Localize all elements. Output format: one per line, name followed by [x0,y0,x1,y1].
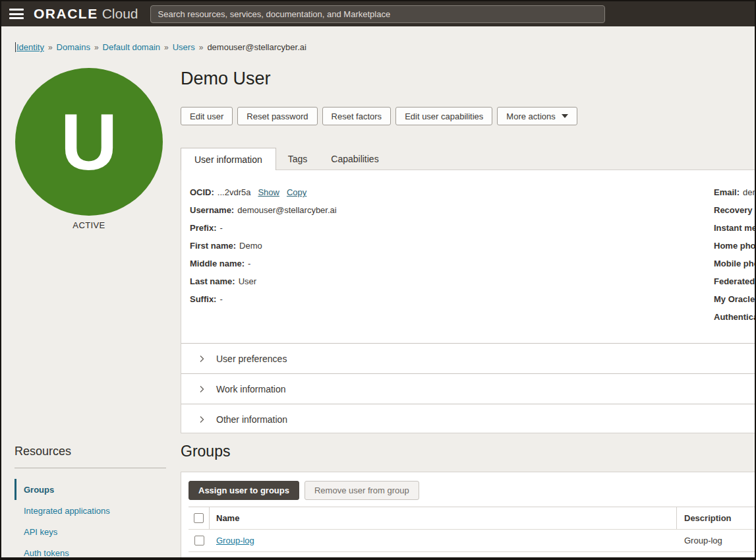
group-name-cell: Group-log [210,530,677,551]
field-label: Recovery e [714,205,755,215]
field-recovery-email: Recovery e [714,201,755,219]
field-email: Email: dem [714,183,755,201]
reset-password-button[interactable]: Reset password [237,107,317,125]
breadcrumb-link-identity[interactable]: Identity [15,42,44,52]
field-label: Instant mes [714,223,755,233]
field-label: Authentica [714,312,755,322]
ocid-show-link[interactable]: Show [258,187,279,197]
field-value: Demo [239,241,262,251]
row-checkbox-cell [189,530,210,551]
groups-panel: Assign user to groups Remove user from g… [181,472,755,557]
field-label: Email: [714,187,740,197]
field-federated: Federated: [714,272,755,290]
column-header-name: Name [210,507,677,529]
tab-tags[interactable]: Tags [276,148,320,170]
detail-tabs: User information Tags Capabilities [181,148,391,170]
breadcrumb-link-domains[interactable]: Domains [57,42,90,52]
topbar: ORACLE Cloud [1,1,755,26]
field-label: Prefix: [190,223,216,233]
field-label: My Oracle [714,294,755,304]
breadcrumb-separator: » [48,43,53,52]
field-suffix: Suffix: - [190,290,337,308]
avatar-letter: U [61,96,118,187]
field-label: Suffix: [190,294,216,304]
tab-user-information[interactable]: User information [181,148,276,170]
breadcrumb-link-users[interactable]: Users [173,42,195,52]
breadcrumb-separator: » [199,43,204,52]
hamburger-menu-icon[interactable] [9,9,24,19]
accordion-label: User preferences [216,354,287,364]
field-label: Federated: [714,276,755,286]
reset-factors-button[interactable]: Reset factors [322,107,392,125]
field-label: OCID: [190,187,214,197]
caret-down-icon [562,114,568,118]
breadcrumb-separator: » [164,43,169,52]
oracle-cloud-console-window: ORACLE Cloud Identity » Domains » Defaul… [0,0,756,560]
user-avatar: U [15,68,163,216]
sidebar-item-integrated-applications[interactable]: Integrated applications [15,500,166,521]
ocid-copy-link[interactable]: Copy [287,187,306,197]
groups-section-title: Groups [181,443,230,460]
oracle-cloud-logo: ORACLE Cloud [34,6,138,22]
more-actions-label: More actions [506,111,555,121]
resources-divider [15,468,166,468]
remove-user-from-group-button[interactable]: Remove user from group [305,481,419,500]
page-title: Demo User [181,69,271,89]
field-instant-messaging: Instant mes [714,219,755,237]
resources-sidebar: Resources Groups Integrated applications… [15,445,166,560]
table-row: Group-log Group-log [189,530,755,552]
field-value: dem [743,187,755,197]
sidebar-item-auth-tokens[interactable]: Auth tokens [15,542,166,560]
more-actions-button[interactable]: More actions [497,107,577,125]
field-label: Mobile pho [714,259,755,268]
user-info-right-column: Email: dem Recovery e Instant mes Home p… [714,183,755,326]
field-label: First name: [190,241,236,251]
row-checkbox[interactable] [194,536,204,545]
field-prefix: Prefix: - [190,219,337,237]
group-log-link[interactable]: Group-log [216,536,254,545]
field-first-name: First name: Demo [190,237,337,255]
field-label: Last name: [190,276,235,286]
breadcrumb-link-default-domain[interactable]: Default domain [103,42,160,52]
accordion-label: Work information [216,384,286,394]
chevron-right-icon [198,355,206,363]
select-all-checkbox[interactable] [194,513,204,523]
field-username: Username: demouser@stellarcyber.ai [190,201,337,219]
global-search-input[interactable] [150,5,605,23]
field-label: Middle name: [190,259,245,268]
field-ocid: OCID: ...2vdr5a Show Copy [190,183,337,201]
sidebar-item-groups[interactable]: Groups [15,479,166,500]
chevron-right-icon [198,416,206,423]
tab-capabilities[interactable]: Capabilities [319,148,390,170]
accordion-label: Other information [216,414,287,425]
accordion-other-information[interactable]: Other information [181,404,755,433]
sidebar-item-api-keys[interactable]: API keys [15,521,166,542]
header-checkbox-cell [189,507,210,529]
field-middle-name: Middle name: - [190,255,337,272]
field-authentication: Authentica [714,308,755,326]
field-value: - [219,294,222,304]
resources-title: Resources [15,445,166,458]
group-description-cell: Group-log [677,530,755,551]
groups-table-header: Name Description [189,507,755,530]
edit-user-capabilities-button[interactable]: Edit user capabilities [395,107,492,125]
field-value: User [239,276,256,286]
field-last-name: Last name: User [190,272,337,290]
chevron-right-icon [198,385,206,393]
accordion-work-information[interactable]: Work information [181,373,755,404]
field-value: ...2vdr5a [218,187,251,197]
action-buttons-row: Edit user Reset password Reset factors E… [181,107,577,125]
breadcrumb-separator: » [94,43,99,52]
breadcrumb-current: demouser@stellarcyber.ai [207,42,306,52]
accordion-user-preferences[interactable]: User preferences [181,343,755,373]
field-home-phone: Home phon [714,237,755,255]
field-value: demouser@stellarcyber.ai [237,205,336,215]
assign-user-to-groups-button[interactable]: Assign user to groups [189,481,299,500]
breadcrumb: Identity » Domains » Default domain » Us… [15,42,306,52]
field-value: - [248,259,250,268]
info-accordions: User preferences Work information Other … [181,343,755,433]
field-value: - [219,223,222,233]
groups-actions-row: Assign user to groups Remove user from g… [181,472,755,500]
edit-user-button[interactable]: Edit user [181,107,233,125]
status-badge: ACTIVE [15,220,163,230]
